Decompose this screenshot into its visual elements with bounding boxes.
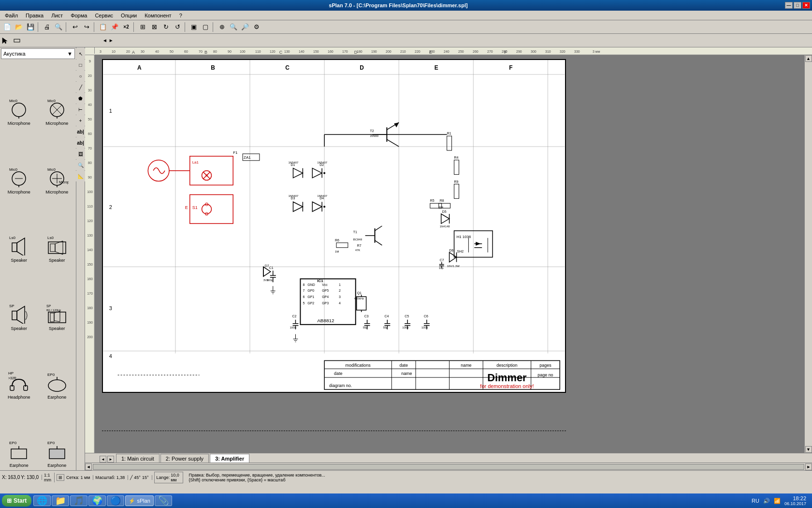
menu-shape[interactable]: Форма bbox=[67, 12, 91, 19]
svg-text:20: 20 bbox=[88, 74, 92, 77]
print-preview-button[interactable]: 🔍 bbox=[53, 22, 64, 32]
svg-rect-178 bbox=[336, 243, 348, 248]
undo-button[interactable]: ↩ bbox=[70, 22, 80, 32]
taskbar-ie[interactable]: 🌐 bbox=[33, 495, 51, 506]
taskbar-app7[interactable]: 📎 bbox=[155, 495, 172, 506]
search-button[interactable]: 🔎 bbox=[240, 22, 250, 32]
svg-text:name: name bbox=[461, 363, 471, 368]
group-button[interactable]: ▣ bbox=[188, 22, 199, 32]
tab-main-circuit[interactable]: 1: Main circuit bbox=[116, 454, 160, 463]
svg-text:200: 200 bbox=[386, 50, 392, 53]
select-tool[interactable]: ↖ bbox=[75, 48, 86, 59]
draw-cross-tool[interactable]: + bbox=[75, 115, 86, 126]
earphone-1-icon: EP0 bbox=[45, 370, 69, 394]
print-button[interactable]: 🖨 bbox=[42, 22, 52, 32]
measure-tool[interactable]: 📐 bbox=[75, 171, 86, 181]
svg-text:GP1: GP1 bbox=[307, 295, 314, 299]
menu-options[interactable]: Опции bbox=[117, 12, 141, 19]
angle-icon: ╱ bbox=[130, 475, 132, 480]
svg-line-172 bbox=[375, 226, 382, 231]
microphone-4-icon: Mic0 Microphone bbox=[45, 164, 69, 189]
component-speaker-1[interactable]: Ls0 Speaker bbox=[0, 197, 38, 265]
component-earphone-2[interactable]: EP0 Earphone bbox=[0, 402, 38, 470]
tab-prev-button[interactable]: ◄ bbox=[100, 456, 106, 463]
text2-tool[interactable]: ab| bbox=[75, 137, 86, 148]
draw-rect-tool[interactable]: □ bbox=[75, 60, 86, 70]
draw-ellipse-tool[interactable]: ○ bbox=[75, 71, 86, 81]
x-coord: X: 163,0 bbox=[2, 475, 20, 480]
component-speaker-2[interactable]: Ls0 Speaker bbox=[38, 197, 76, 265]
x2-button[interactable]: ×2 bbox=[121, 22, 131, 32]
svg-text:GP0: GP0 bbox=[307, 289, 314, 292]
component-microphone-3[interactable]: Mic0 Microphone bbox=[0, 128, 38, 196]
tb-btn-d[interactable]: ↺ bbox=[172, 22, 183, 32]
zoom-fit-button[interactable]: ⊕ bbox=[217, 22, 227, 32]
save-button[interactable]: 💾 bbox=[25, 22, 36, 32]
taskbar-app5[interactable]: 🔵 bbox=[107, 495, 124, 506]
draw-poly-tool[interactable]: ⬟ bbox=[75, 93, 86, 104]
menu-file[interactable]: Файл bbox=[1, 12, 22, 19]
tab-amplifier[interactable]: 3: Amplifier bbox=[210, 454, 249, 463]
svg-point-308 bbox=[206, 175, 208, 177]
earphone-2-label: Earphone bbox=[10, 463, 29, 468]
taskbar-app3[interactable]: 🎵 bbox=[70, 495, 87, 506]
zoom-tool[interactable]: 🔍 bbox=[75, 160, 86, 170]
scroll-right-button[interactable]: ► bbox=[805, 463, 812, 470]
scroll-up-button[interactable]: ▲ bbox=[805, 55, 812, 62]
open-button[interactable]: 📂 bbox=[14, 22, 24, 32]
taskbar-splan[interactable]: ⚡ sPlan bbox=[125, 495, 154, 506]
vertical-scrollbar[interactable]: ▲ ▼ bbox=[804, 55, 812, 453]
ungroup-button[interactable]: ▢ bbox=[200, 22, 211, 32]
component-microphone-4[interactable]: Mic0 Microphone Microphone bbox=[38, 128, 76, 196]
svg-text:1N5407: 1N5407 bbox=[317, 161, 328, 164]
svg-text:3: 3 bbox=[100, 50, 102, 53]
menu-edit[interactable]: Правка bbox=[22, 12, 47, 19]
text-tool[interactable]: ab| bbox=[75, 126, 86, 137]
component-microphone-2[interactable]: Mic0 Microphone bbox=[38, 60, 76, 128]
svg-text:300: 300 bbox=[531, 50, 536, 53]
svg-text:1N5407: 1N5407 bbox=[289, 194, 299, 197]
svg-text:HP: HP bbox=[8, 371, 14, 375]
tb-btn-a[interactable]: ⊞ bbox=[137, 22, 148, 32]
start-button[interactable]: ⊞Start bbox=[2, 495, 31, 507]
redo-button[interactable]: ↪ bbox=[81, 22, 92, 32]
close-button[interactable]: ✕ bbox=[802, 2, 810, 9]
tb-sep2 bbox=[66, 22, 68, 32]
tb-btn-e[interactable]: ⚙ bbox=[251, 22, 262, 32]
draw-line-tool[interactable]: ╱ bbox=[75, 82, 86, 92]
maximize-button[interactable]: □ bbox=[794, 2, 801, 9]
grid-label: Сетка: 1 мм bbox=[66, 475, 90, 480]
zoom-in-button[interactable]: 🔍 bbox=[228, 22, 239, 32]
horizontal-scrollbar[interactable]: ◄ ► bbox=[85, 463, 812, 470]
taskbar-chrome[interactable]: 🌍 bbox=[88, 495, 106, 506]
paste-button[interactable]: 📌 bbox=[109, 22, 120, 32]
drawing-canvas[interactable]: A B C D E F 1 2 3 4 bbox=[95, 55, 804, 453]
component-microphone-1[interactable]: Mic0 Microphone bbox=[0, 60, 38, 128]
component-earphone-1[interactable]: EP0 Earphone bbox=[38, 333, 76, 402]
component-earphone-3[interactable]: EP0 Earphone bbox=[38, 402, 76, 470]
copy-button[interactable]: 📋 bbox=[98, 22, 108, 32]
tb-btn-c[interactable]: ↻ bbox=[160, 22, 171, 32]
component-headphone[interactable]: HP >32R Headphone bbox=[0, 333, 38, 402]
menu-service[interactable]: Сервис bbox=[91, 12, 117, 19]
svg-rect-46 bbox=[49, 449, 65, 459]
minimize-button[interactable]: — bbox=[785, 2, 793, 9]
svg-text:C7: C7 bbox=[440, 258, 444, 262]
tab-next-button[interactable]: ► bbox=[107, 456, 114, 463]
category-dropdown[interactable]: Акустика ▼ bbox=[1, 48, 75, 59]
menu-sheet[interactable]: Лист bbox=[47, 12, 67, 19]
menu-component[interactable]: Компонент bbox=[141, 12, 175, 19]
tb-btn-b[interactable]: ⊠ bbox=[149, 22, 160, 32]
draw-wire-tool[interactable]: ⊢ bbox=[75, 104, 86, 115]
tab-power-supply[interactable]: 2: Power supply bbox=[160, 454, 209, 463]
grid-toggle[interactable]: ⊞ bbox=[57, 474, 64, 481]
taskbar-explorer[interactable]: 📁 bbox=[52, 495, 69, 506]
menu-help[interactable]: ? bbox=[175, 12, 186, 19]
svg-text:GND: GND bbox=[307, 283, 315, 286]
scroll-down-button[interactable]: ▼ bbox=[805, 446, 812, 453]
scroll-left-button[interactable]: ◄ bbox=[85, 463, 92, 470]
component-speaker-3[interactable]: SP Speaker bbox=[0, 265, 38, 333]
component-speaker-4[interactable]: SP 8Ω / 120Hz Speaker bbox=[38, 265, 76, 333]
new-button[interactable]: 📄 bbox=[2, 22, 13, 32]
image-tool[interactable]: 🖼 bbox=[75, 149, 86, 159]
